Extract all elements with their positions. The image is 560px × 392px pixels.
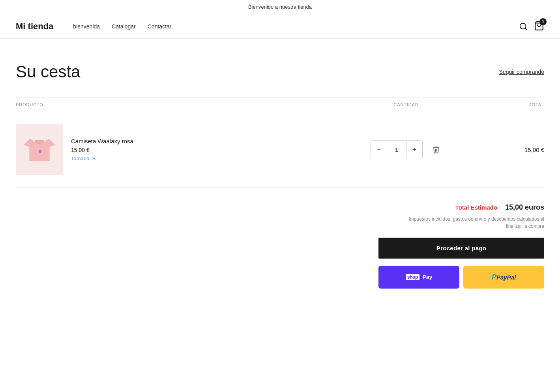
- shop-pay-button[interactable]: shop Pay: [378, 266, 459, 289]
- trash-icon: [432, 146, 440, 154]
- product-image: [16, 124, 63, 175]
- quantity-value: 1: [387, 141, 406, 159]
- shop-pay-label: Pay: [423, 274, 433, 280]
- total-row: Total Estimado 15,00 euros: [455, 203, 544, 212]
- header: Mi tienda bienvenida Catalogar Contactar…: [0, 14, 560, 39]
- main-content: Su cesta Seguir comprando PRODUCTO CANTI…: [0, 39, 560, 320]
- item-total: 15,00 €: [465, 146, 544, 153]
- col-quantity: CANTIDAD: [347, 102, 465, 107]
- nav-bienvenida[interactable]: bienvenida: [73, 23, 100, 30]
- size-label: Tamaño:: [71, 156, 91, 161]
- total-amount: 15,00 euros: [505, 203, 544, 212]
- quantity-decrease-button[interactable]: −: [371, 141, 387, 159]
- cart-title: Su cesta: [16, 62, 80, 81]
- col-total: TOTAL: [465, 102, 544, 107]
- payment-buttons: shop Pay P PayPal: [378, 266, 544, 289]
- nav-catalogar[interactable]: Catalogar: [112, 23, 136, 30]
- delete-item-button[interactable]: [431, 144, 442, 155]
- order-summary: Total Estimado 15,00 euros Impuestos inc…: [16, 203, 544, 289]
- svg-line-1: [525, 28, 526, 30]
- size-value: S: [92, 156, 96, 161]
- col-product: PRODUCTO: [16, 102, 347, 107]
- paypal-button[interactable]: P PayPal: [463, 266, 544, 289]
- product-price: 15,00 €: [71, 147, 133, 153]
- continue-shopping-link[interactable]: Seguir comprando: [499, 69, 544, 75]
- quantity-increase-button[interactable]: +: [406, 141, 422, 159]
- tax-note: Impuestos incluidos, gastos de envío y d…: [394, 216, 544, 230]
- cart-table-header: PRODUCTO CANTIDAD TOTAL: [16, 97, 544, 112]
- search-button[interactable]: [519, 22, 528, 31]
- total-label: Total Estimado: [455, 204, 497, 211]
- paypal-icon-p: P: [492, 273, 496, 281]
- site-logo[interactable]: Mi tienda: [16, 21, 53, 32]
- cart-button[interactable]: 1: [534, 21, 544, 32]
- quantity-stepper: − 1 +: [371, 140, 423, 159]
- quantity-cell: − 1 +: [347, 140, 465, 159]
- shop-pay-icon: shop: [406, 274, 420, 280]
- cart-header: Su cesta Seguir comprando: [16, 62, 544, 81]
- nav-contactar[interactable]: Contactar: [148, 23, 172, 30]
- product-size: Tamaño: S: [71, 156, 133, 161]
- product-info: Camiseta Waalaxy rosa 15,00 € Tamaño: S: [71, 138, 133, 161]
- paypal-label: PayPal: [496, 274, 516, 281]
- search-icon: [519, 22, 528, 31]
- cart-badge: 1: [539, 18, 547, 25]
- cart-items: Camiseta Waalaxy rosa 15,00 € Tamaño: S …: [16, 112, 544, 188]
- banner-text: Bienvenido a nuestra tienda: [248, 4, 312, 10]
- checkout-button[interactable]: Proceder al pago: [378, 238, 544, 259]
- top-banner: Bienvenido a nuestra tienda: [0, 0, 560, 14]
- svg-point-5: [39, 150, 42, 153]
- header-icons: 1: [519, 21, 544, 32]
- product-cell: Camiseta Waalaxy rosa 15,00 € Tamaño: S: [16, 124, 347, 175]
- product-name: Camiseta Waalaxy rosa: [71, 138, 133, 144]
- main-nav: bienvenida Catalogar Contactar: [73, 23, 519, 30]
- table-row: Camiseta Waalaxy rosa 15,00 € Tamaño: S …: [16, 112, 544, 188]
- tshirt-icon: [24, 134, 55, 165]
